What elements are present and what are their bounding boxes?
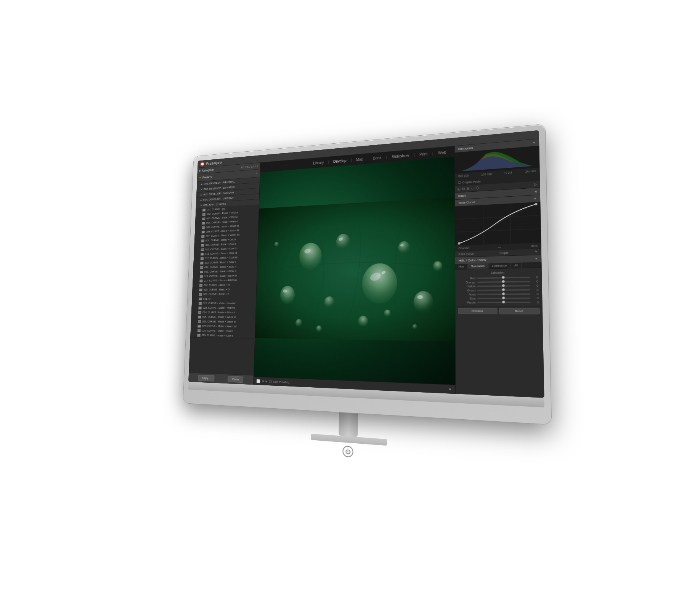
redeye-tool-icon[interactable]: ⊕ bbox=[466, 186, 470, 191]
nav-book[interactable]: Book bbox=[373, 156, 381, 160]
slider-thumb-orange[interactable] bbox=[501, 280, 504, 283]
power-button[interactable]: ⏻ bbox=[342, 446, 353, 458]
custom-zoom-btn[interactable]: 1:1 bbox=[255, 165, 258, 167]
slider-thumb-yellow[interactable] bbox=[502, 284, 505, 287]
copy-button[interactable]: Copy... bbox=[198, 375, 214, 382]
tone-curve-section: Tone Curve ▼ bbox=[455, 195, 541, 257]
screen-bezel: ⬤ Presetpro ▶ Navi bbox=[188, 130, 544, 398]
luminance-tab[interactable]: Luminance bbox=[488, 263, 511, 268]
preset-icon bbox=[198, 320, 201, 323]
saturation-tab[interactable]: Saturation bbox=[468, 263, 489, 269]
screen-content: ⬤ Presetpro ▶ Navi bbox=[188, 130, 544, 398]
slider-thumb-red[interactable] bbox=[501, 276, 504, 279]
preset-icon bbox=[201, 235, 204, 237]
list-item[interactable]: 023. CURVE - Matte + Warm i bbox=[191, 305, 256, 310]
monitor-wrapper: ⬤ Presetpro ▶ Navi bbox=[140, 136, 560, 480]
paste-button[interactable]: Paste bbox=[228, 376, 243, 383]
radial-tool-icon[interactable]: ⬡ bbox=[476, 186, 479, 190]
group-arrow: ▶ bbox=[201, 188, 202, 191]
slider-thumb-purple[interactable] bbox=[502, 300, 505, 303]
fill-btn[interactable]: FILL bbox=[246, 165, 250, 168]
power-icon: ⏻ bbox=[345, 448, 350, 455]
toolbar-arrow-down[interactable]: ▼ bbox=[448, 387, 452, 391]
nav-print[interactable]: Print bbox=[419, 152, 427, 157]
left-panel: ▶ Navigator FIT FILL 1:1 1:1 ▼ bbox=[188, 163, 260, 385]
nav-develop[interactable]: Develop bbox=[333, 159, 347, 164]
tone-curve-canvas[interactable] bbox=[455, 202, 541, 246]
presets-arrow: ▼ bbox=[199, 176, 201, 179]
histogram-arrow: ▼ bbox=[533, 141, 536, 144]
list-item[interactable]: 021. M bbox=[192, 296, 256, 301]
preset-icon bbox=[202, 213, 206, 216]
preset-icon bbox=[200, 275, 203, 278]
preset-icon bbox=[202, 226, 205, 229]
reset-button[interactable]: Reset bbox=[499, 308, 539, 314]
tone-curve-title: Tone Curve bbox=[458, 200, 475, 205]
preset-icon bbox=[199, 284, 202, 287]
stand-neck bbox=[339, 412, 358, 437]
slider-aqua[interactable] bbox=[477, 293, 530, 295]
point-curve-edit-icon[interactable]: ✎ bbox=[535, 250, 538, 253]
nav-map[interactable]: Map bbox=[356, 157, 363, 162]
all-tab[interactable]: All bbox=[511, 263, 522, 268]
preset-icon bbox=[201, 257, 204, 260]
list-item[interactable]: 022. CURVE - Matte + Neutral bbox=[192, 301, 256, 306]
slider-value-orange: 0 bbox=[532, 280, 538, 283]
list-item[interactable]: 020. CURVE - Basic + B bbox=[192, 292, 256, 297]
slider-thumb-green[interactable] bbox=[502, 288, 505, 291]
grad-tool-icon[interactable]: ▭ bbox=[471, 186, 475, 190]
presets-list[interactable]: ▶ 001. DEVELOP - NEUTRAL ▶ 002. DEVELOP … bbox=[189, 177, 260, 375]
preset-icon bbox=[199, 288, 202, 291]
slider-thumb-blue[interactable] bbox=[502, 296, 505, 299]
previous-button[interactable]: Previous bbox=[458, 308, 497, 314]
slider-value-purple: 0 bbox=[532, 301, 539, 304]
fit-btn[interactable]: FIT bbox=[241, 166, 244, 168]
preset-icon bbox=[197, 334, 201, 337]
slider-label-yellow: Yellow bbox=[459, 285, 475, 288]
slider-yellow[interactable] bbox=[477, 285, 530, 287]
slider-value-aqua: 0 bbox=[532, 292, 539, 295]
slider-purple[interactable] bbox=[477, 302, 530, 303]
slider-thumb-aqua[interactable] bbox=[502, 292, 505, 295]
channel-rgb: RGB bbox=[531, 244, 538, 247]
monitor-outer: ⬤ Presetpro ▶ Navi bbox=[159, 121, 587, 508]
preset-icon bbox=[202, 217, 205, 220]
slider-green[interactable] bbox=[477, 289, 530, 291]
preset-icon bbox=[198, 311, 202, 314]
crop-icon[interactable]: ⬜ bbox=[256, 379, 260, 383]
panel-arrow-right[interactable]: ▷ bbox=[534, 182, 537, 186]
slider-value-yellow: 0 bbox=[532, 284, 538, 287]
slider-value-red: 0 bbox=[532, 276, 538, 279]
group-app-curves: ▼ 005. APP - CURVES 001. CURVE - [x] bbox=[190, 199, 259, 339]
hsl-section: HSL / Color / B&W ▼ Hue Saturation Lumin… bbox=[455, 255, 543, 306]
crop-tool-icon[interactable]: ⊞ bbox=[458, 187, 461, 191]
nav-library[interactable]: Library bbox=[313, 160, 324, 165]
preset-icon bbox=[197, 329, 201, 332]
saturation-section: Saturation Red 0 bbox=[455, 268, 543, 306]
view-options-icon[interactable]: ▼▼ bbox=[262, 379, 268, 383]
slider-label-purple: Purple bbox=[459, 301, 475, 304]
presets-add-btn[interactable]: + bbox=[255, 171, 258, 176]
heal-tool-icon[interactable]: ⊙ bbox=[462, 187, 465, 191]
soft-proof-checkbox[interactable]: ☐ bbox=[269, 380, 272, 383]
slider-blue[interactable] bbox=[477, 297, 530, 299]
1to1-btn[interactable]: 1:1 bbox=[251, 165, 254, 168]
preset-icon bbox=[201, 239, 204, 242]
list-item[interactable]: 029. CURVE - Matte + Cool ii bbox=[190, 333, 255, 338]
hue-tab[interactable]: Hue bbox=[455, 264, 468, 269]
slider-value-blue: 0 bbox=[532, 297, 539, 300]
group-arrow-open: ▼ bbox=[200, 204, 202, 207]
action-row: Previous Reset bbox=[455, 306, 543, 316]
preset-icon bbox=[201, 244, 204, 246]
slider-orange[interactable] bbox=[477, 281, 530, 282]
original-photo-checkbox[interactable]: ☐ bbox=[458, 181, 461, 185]
nav-slideshow[interactable]: Slideshow bbox=[392, 153, 409, 159]
group-arrow: ▶ bbox=[201, 194, 202, 196]
point-curve-value: Purple bbox=[499, 251, 508, 254]
tone-curve-arrow: ▼ bbox=[533, 197, 536, 200]
group-arrow: ▶ bbox=[201, 183, 202, 185]
list-item[interactable]: 024. CURVE - Matte + Warm ii bbox=[191, 310, 256, 315]
slider-red[interactable] bbox=[477, 277, 530, 279]
nav-web[interactable]: Web bbox=[438, 150, 446, 155]
app-name: Presetpro bbox=[206, 160, 222, 165]
